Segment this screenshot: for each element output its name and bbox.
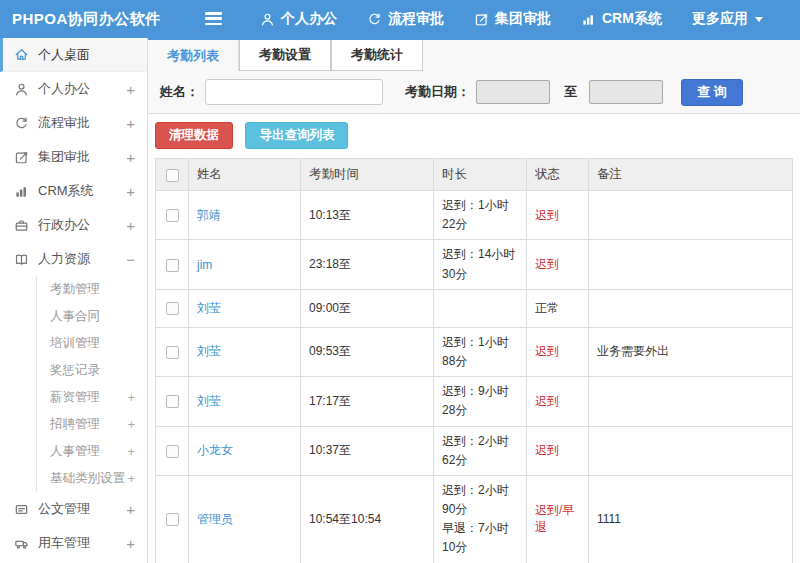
name-label: 姓名： xyxy=(160,83,199,101)
sidebar-item-label: 公文管理 xyxy=(38,500,90,518)
sidebar-item-document-mgmt[interactable]: 公文管理 + xyxy=(0,492,147,526)
bar-chart-icon xyxy=(581,12,596,27)
home-icon xyxy=(14,47,29,62)
time-cell: 17:17至 xyxy=(301,377,434,426)
sidebar-item-hr[interactable]: 人力资源 − xyxy=(0,242,147,276)
employee-name-link[interactable]: 郭靖 xyxy=(197,208,221,222)
sidebar-subitem-reward-punish[interactable]: 奖惩记录 xyxy=(37,357,147,384)
remark-cell: 业务需要外出 xyxy=(589,327,793,376)
car-icon xyxy=(14,536,29,551)
remark-cell: 1111 xyxy=(589,475,793,563)
name-cell: 管理员 xyxy=(189,475,301,563)
sidebar-subitem-label: 考勤管理 xyxy=(50,281,100,298)
expand-plus-icon[interactable]: + xyxy=(127,471,135,486)
topnav-process-approval[interactable]: 流程审批 xyxy=(352,0,459,38)
time-cell: 10:37至 xyxy=(301,426,434,475)
collapse-minus-icon[interactable]: − xyxy=(126,252,135,267)
sidebar-subitem-label: 培训管理 xyxy=(50,335,100,352)
row-checkbox[interactable] xyxy=(166,346,179,359)
sidebar-subitem-base-category[interactable]: 基础类别设置 + xyxy=(37,465,147,492)
app-title: PHPOA协同办公软件 xyxy=(12,0,161,38)
sidebar-item-process-approval[interactable]: 流程审批 + xyxy=(0,106,147,140)
select-all-checkbox[interactable] xyxy=(166,169,179,182)
expand-plus-icon[interactable]: + xyxy=(126,184,135,199)
edit-icon xyxy=(14,150,29,165)
sidebar-item-vehicle-mgmt[interactable]: 用车管理 + xyxy=(0,526,147,560)
topnav-crm-system[interactable]: CRM系统 xyxy=(566,0,677,38)
sidebar-subitem-personnel-mgmt[interactable]: 人事管理 + xyxy=(37,438,147,465)
topnav-personal-office[interactable]: 个人办公 xyxy=(245,0,352,38)
person-icon xyxy=(260,12,275,27)
tab-attendance-list[interactable]: 考勤列表 xyxy=(148,40,239,71)
table-row: 刘莹 09:00至 正常 xyxy=(156,289,793,327)
app-window: PHPOA协同办公软件 个人办公 流程审批 集团审批 CRM系统 更多应用 xyxy=(0,0,800,563)
sidebar-item-personal-office[interactable]: 个人办公 + xyxy=(0,72,147,106)
expand-plus-icon[interactable]: + xyxy=(126,536,135,551)
employee-name-link[interactable]: 刘莹 xyxy=(197,301,221,315)
expand-plus-icon[interactable]: + xyxy=(127,390,135,405)
sidebar-subitem-label: 招聘管理 xyxy=(50,416,100,433)
expand-plus-icon[interactable]: + xyxy=(126,82,135,97)
duration-cell: 迟到：1小时88分 xyxy=(434,327,527,376)
export-list-button[interactable]: 导出查询列表 xyxy=(245,122,348,149)
employee-name-link[interactable]: 小龙女 xyxy=(197,443,233,457)
to-label: 至 xyxy=(564,83,577,101)
employee-name-link[interactable]: jim xyxy=(197,258,212,272)
clear-data-button[interactable]: 清理数据 xyxy=(155,122,233,149)
name-input[interactable] xyxy=(205,79,383,105)
sidebar-item-crm[interactable]: CRM系统 + xyxy=(0,174,147,208)
row-checkbox[interactable] xyxy=(166,395,179,408)
name-cell: 刘莹 xyxy=(189,289,301,327)
sidebar-subitem-salary-mgmt[interactable]: 薪资管理 + xyxy=(37,384,147,411)
row-checkbox[interactable] xyxy=(166,302,179,315)
duration-cell: 迟到：14小时30分 xyxy=(434,240,527,289)
expand-plus-icon[interactable]: + xyxy=(126,116,135,131)
person-icon xyxy=(14,82,29,97)
status-cell: 迟到 xyxy=(527,191,589,240)
row-checkbox[interactable] xyxy=(166,259,179,272)
expand-plus-icon[interactable]: + xyxy=(127,444,135,459)
tab-attendance-stats[interactable]: 考勤统计 xyxy=(331,40,423,71)
topnav-label: 更多应用 xyxy=(692,10,748,28)
time-cell: 09:53至 xyxy=(301,327,434,376)
date-to-input[interactable] xyxy=(589,80,663,104)
sidebar-item-label: 个人桌面 xyxy=(38,46,90,64)
row-checkbox[interactable] xyxy=(166,445,179,458)
header-status: 状态 xyxy=(527,159,589,191)
sidebar-item-label: 用车管理 xyxy=(38,534,90,552)
table-row: 管理员 10:54至10:54 迟到：2小时90分早退：7小时10分 迟到/早退… xyxy=(156,475,793,563)
table-row: 刘莹 17:17至 迟到：9小时28分 迟到 xyxy=(156,377,793,426)
employee-name-link[interactable]: 管理员 xyxy=(197,512,233,526)
expand-plus-icon[interactable]: + xyxy=(126,150,135,165)
row-checkbox[interactable] xyxy=(166,513,179,526)
expand-plus-icon[interactable]: + xyxy=(127,417,135,432)
checkbox-cell xyxy=(156,289,189,327)
checkbox-cell xyxy=(156,426,189,475)
name-cell: jim xyxy=(189,240,301,289)
sidebar-subitem-training-mgmt[interactable]: 培训管理 xyxy=(37,330,147,357)
sidebar-item-admin-office[interactable]: 行政办公 + xyxy=(0,208,147,242)
table-row: jim 23:18至 迟到：14小时30分 迟到 xyxy=(156,240,793,289)
duration-cell: 迟到：2小时62分 xyxy=(434,426,527,475)
expand-plus-icon[interactable]: + xyxy=(126,218,135,233)
row-checkbox[interactable] xyxy=(166,209,179,222)
expand-plus-icon[interactable]: + xyxy=(126,502,135,517)
sidebar-item-group-approval[interactable]: 集团审批 + xyxy=(0,140,147,174)
employee-name-link[interactable]: 刘莹 xyxy=(197,394,221,408)
sidebar-item-personal-desktop[interactable]: 个人桌面 xyxy=(0,38,147,72)
sidebar-subitem-hr-contract[interactable]: 人事合同 xyxy=(37,303,147,330)
topnav-group-approval[interactable]: 集团审批 xyxy=(459,0,566,38)
remark-cell xyxy=(589,377,793,426)
sidebar-item-label: 个人办公 xyxy=(38,80,90,98)
search-button[interactable]: 查 询 xyxy=(681,79,743,106)
sidebar-subitem-attendance-mgmt[interactable]: 考勤管理 xyxy=(37,276,147,303)
tab-attendance-settings[interactable]: 考勤设置 xyxy=(239,40,331,71)
sidebar: 个人桌面 个人办公 + 流程审批 + 集团审批 + CRM系统 + 行政办公 + xyxy=(0,38,148,563)
topnav-label: CRM系统 xyxy=(602,10,662,28)
sidebar-subitem-recruit-mgmt[interactable]: 招聘管理 + xyxy=(37,411,147,438)
topnav-more-apps[interactable]: 更多应用 xyxy=(677,0,778,38)
employee-name-link[interactable]: 刘莹 xyxy=(197,344,221,358)
date-from-input[interactable] xyxy=(476,80,550,104)
menu-toggle-icon[interactable] xyxy=(205,12,222,26)
table-row: 小龙女 10:37至 迟到：2小时62分 迟到 xyxy=(156,426,793,475)
